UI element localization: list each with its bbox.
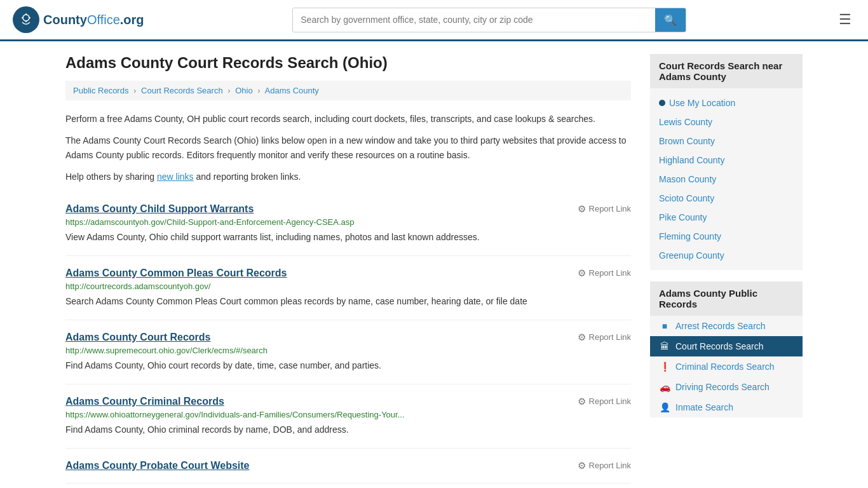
site-header: CountyOffice.org 🔍 ☰ <box>0 0 868 41</box>
breadcrumb: Public Records › Court Records Search › … <box>65 81 631 100</box>
result-url: https://adamscountyoh.gov/Child-Support-… <box>65 217 631 227</box>
content-area: Adams County Court Records Search (Ohio)… <box>65 54 631 484</box>
sidebar-court-records[interactable]: 🏛 Court Records Search <box>650 336 803 356</box>
location-dot-icon <box>659 100 665 106</box>
sidebar-link-greenup[interactable]: Greenup County <box>650 246 803 265</box>
result-desc: View Adams County, Ohio child support wa… <box>65 231 631 244</box>
logo-area: CountyOffice.org <box>13 6 144 33</box>
sidebar-link-scioto[interactable]: Scioto County <box>650 189 803 208</box>
report-icon: ⚙ <box>578 332 586 343</box>
sidebar-criminal-records[interactable]: ❗ Criminal Records Search <box>650 356 803 377</box>
inmate-icon: 👤 <box>659 402 670 412</box>
intro-text-1: Perform a free Adams County, OH public c… <box>65 112 631 126</box>
result-title[interactable]: Adams County Common Pleas Court Records <box>65 268 287 279</box>
sidebar-link-brown[interactable]: Brown County <box>650 132 803 151</box>
page-title: Adams County Court Records Search (Ohio) <box>65 54 631 72</box>
result-item: Adams County Court Records ⚙ Report Link… <box>65 320 631 384</box>
sidebar-links: Use My Location Lewis County Brown Count… <box>650 88 803 270</box>
result-desc: Find Adams County, Ohio court records by… <box>65 359 631 372</box>
criminal-icon: ❗ <box>659 362 670 372</box>
result-desc: Search Adams County Common Pleas Court c… <box>65 295 631 308</box>
result-title[interactable]: Adams County Criminal Records <box>65 396 224 407</box>
result-header: Adams County Child Support Warrants ⚙ Re… <box>65 203 631 215</box>
sidebar-arrest-records[interactable]: ■ Arrest Records Search <box>650 316 803 336</box>
result-item: Adams County Criminal Records ⚙ Report L… <box>65 384 631 449</box>
sidebar-link-lewis[interactable]: Lewis County <box>650 112 803 132</box>
result-item: Adams County Child Support Warrants ⚙ Re… <box>65 192 631 256</box>
sidebar-link-pike[interactable]: Pike County <box>650 208 803 227</box>
search-input[interactable] <box>293 9 655 30</box>
search-button[interactable]: 🔍 <box>655 8 686 32</box>
sidebar-public-records-section: Adams County Public Records ■ Arrest Rec… <box>650 281 803 417</box>
court-icon: 🏛 <box>659 341 670 351</box>
result-desc: Find Adams County, Ohio criminal records… <box>65 423 631 437</box>
report-icon: ⚙ <box>578 460 586 471</box>
result-header: Adams County Common Pleas Court Records … <box>65 268 631 279</box>
report-link-3[interactable]: ⚙ Report Link <box>578 332 631 343</box>
logo-text: CountyOffice.org <box>43 13 144 27</box>
sidebar: Court Records Search near Adams County U… <box>650 54 803 484</box>
intro-text-2: The Adams County Court Records Search (O… <box>65 133 631 162</box>
sidebar-link-mason[interactable]: Mason County <box>650 170 803 189</box>
sidebar-link-fleming[interactable]: Fleming County <box>650 227 803 246</box>
arrest-icon: ■ <box>659 321 670 331</box>
sidebar-nearby-section: Court Records Search near Adams County U… <box>650 54 803 270</box>
result-url: http://courtrecords.adamscountyoh.gov/ <box>65 281 631 291</box>
menu-icon[interactable]: ☰ <box>835 8 855 32</box>
intro-text-3: Help others by sharing new links and rep… <box>65 170 631 184</box>
result-title[interactable]: Adams County Child Support Warrants <box>65 203 254 215</box>
result-title[interactable]: Adams County Court Records <box>65 332 210 343</box>
report-icon: ⚙ <box>578 396 586 407</box>
report-icon: ⚙ <box>578 203 586 215</box>
result-item: Adams County Probate Court Website ⚙ Rep… <box>65 449 631 484</box>
report-link-4[interactable]: ⚙ Report Link <box>578 396 631 407</box>
search-bar: 🔍 <box>292 8 686 32</box>
new-links-link[interactable]: new links <box>157 172 194 182</box>
sidebar-link-highland[interactable]: Highland County <box>650 151 803 170</box>
result-header: Adams County Court Records ⚙ Report Link <box>65 332 631 343</box>
driving-icon: 🚗 <box>659 382 670 392</box>
breadcrumb-ohio[interactable]: Ohio <box>235 86 252 95</box>
result-url: http://www.supremecourt.ohio.gov/Clerk/e… <box>65 346 631 355</box>
report-link-2[interactable]: ⚙ Report Link <box>578 268 631 279</box>
sidebar-driving-records[interactable]: 🚗 Driving Records Search <box>650 377 803 397</box>
result-header: Adams County Criminal Records ⚙ Report L… <box>65 396 631 407</box>
report-link-5[interactable]: ⚙ Report Link <box>578 460 631 471</box>
result-header: Adams County Probate Court Website ⚙ Rep… <box>65 460 631 471</box>
breadcrumb-adams-county[interactable]: Adams County <box>265 86 319 95</box>
result-url: https://www.ohioattorneygeneral.gov/Indi… <box>65 410 631 419</box>
breadcrumb-public-records[interactable]: Public Records <box>73 86 128 95</box>
report-link-1[interactable]: ⚙ Report Link <box>578 203 631 215</box>
logo-icon <box>13 6 39 33</box>
sidebar-inmate-search[interactable]: 👤 Inmate Search <box>650 397 803 417</box>
main-container: Adams County Court Records Search (Ohio)… <box>53 41 815 488</box>
breadcrumb-court-records[interactable]: Court Records Search <box>141 86 223 95</box>
result-item: Adams County Common Pleas Court Records … <box>65 256 631 320</box>
result-title[interactable]: Adams County Probate Court Website <box>65 460 250 471</box>
sidebar-nearby-title: Court Records Search near Adams County <box>650 54 803 88</box>
sidebar-public-records-title: Adams County Public Records <box>650 281 803 316</box>
report-icon: ⚙ <box>578 268 586 279</box>
use-my-location-link[interactable]: Use My Location <box>650 93 803 112</box>
